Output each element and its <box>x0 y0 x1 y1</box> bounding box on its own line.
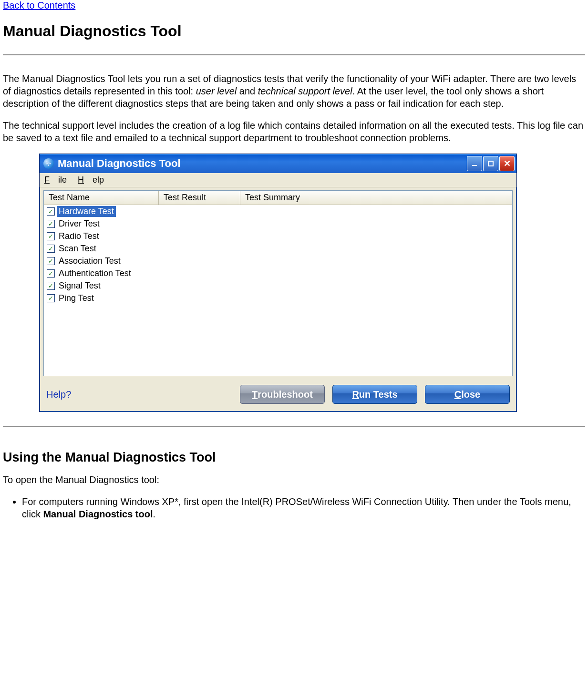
test-name-label: Hardware Test <box>57 206 116 217</box>
run-tests-button[interactable]: Run Tests <box>332 385 417 404</box>
table-row[interactable]: ✓Driver Test <box>44 217 512 230</box>
maximize-button[interactable] <box>483 156 498 171</box>
test-name-label: Radio Test <box>57 231 101 242</box>
page-title: Manual Diagnostics Tool <box>3 22 585 40</box>
back-to-contents-link[interactable]: Back to Contents <box>3 0 75 10</box>
list-item: For computers running Windows XP*, first… <box>22 495 585 520</box>
test-name-label: Signal Test <box>57 280 103 291</box>
checkbox[interactable]: ✓ <box>47 282 55 290</box>
text-bold: Manual Diagnostics tool <box>43 509 153 519</box>
menubar: File Help <box>40 173 516 187</box>
diagnostics-dialog: Manual Diagnostics Tool ✕ File Help Test… <box>39 154 517 412</box>
svg-rect-2 <box>488 161 493 166</box>
troubleshoot-button[interactable]: Troubleshoot <box>240 385 325 404</box>
divider <box>3 426 585 427</box>
text: and <box>237 86 258 96</box>
checkbox[interactable]: ✓ <box>47 232 55 240</box>
table-row[interactable]: ✓Association Test <box>44 255 512 267</box>
test-name-label: Authentication Test <box>57 268 133 279</box>
col-test-summary[interactable]: Test Summary <box>240 191 512 205</box>
divider <box>3 54 585 55</box>
checkbox[interactable]: ✓ <box>47 207 55 216</box>
menu-help[interactable]: Help <box>78 175 104 185</box>
text-italic: user level <box>196 86 237 96</box>
table-row[interactable]: ✓Radio Test <box>44 230 512 242</box>
svg-rect-1 <box>472 165 477 166</box>
window-title: Manual Diagnostics Tool <box>58 157 181 170</box>
checkbox[interactable]: ✓ <box>47 269 55 278</box>
section-heading-using: Using the Manual Diagnostics Tool <box>3 450 585 465</box>
table-row[interactable]: ✓Hardware Test <box>44 205 512 217</box>
table-row[interactable]: ✓Scan Test <box>44 242 512 255</box>
col-test-result[interactable]: Test Result <box>159 191 240 205</box>
close-dialog-button[interactable]: Close <box>425 385 510 404</box>
checkbox[interactable]: ✓ <box>47 220 55 228</box>
app-icon <box>43 158 54 169</box>
intro-paragraph-2: The technical support level includes the… <box>3 119 585 144</box>
text-italic: technical support level <box>258 86 352 96</box>
close-button[interactable]: ✕ <box>499 156 515 171</box>
minimize-button[interactable] <box>467 156 482 171</box>
table-row[interactable]: ✓Authentication Test <box>44 267 512 279</box>
table-row[interactable]: ✓Ping Test <box>44 292 512 304</box>
test-list: Test Name Test Result Test Summary ✓Hard… <box>43 190 513 376</box>
test-name-label: Ping Test <box>57 293 96 304</box>
table-row[interactable]: ✓Signal Test <box>44 279 512 292</box>
instruction-list: For computers running Windows XP*, first… <box>22 495 585 520</box>
checkbox[interactable]: ✓ <box>47 294 55 302</box>
checkbox[interactable]: ✓ <box>47 257 55 265</box>
titlebar[interactable]: Manual Diagnostics Tool ✕ <box>40 154 516 173</box>
col-test-name[interactable]: Test Name <box>44 191 159 205</box>
intro-paragraph-1: The Manual Diagnostics Tool lets you run… <box>3 72 585 110</box>
text: . <box>153 509 155 519</box>
test-name-label: Scan Test <box>57 243 98 254</box>
test-name-label: Driver Test <box>57 218 102 229</box>
svg-point-0 <box>48 165 49 165</box>
list-header: Test Name Test Result Test Summary <box>44 191 512 205</box>
checkbox[interactable]: ✓ <box>47 245 55 253</box>
test-name-label: Association Test <box>57 256 123 267</box>
using-intro: To open the Manual Diagnostics tool: <box>3 474 585 486</box>
menu-file[interactable]: File <box>44 175 67 185</box>
help-link[interactable]: Help? <box>46 389 71 400</box>
